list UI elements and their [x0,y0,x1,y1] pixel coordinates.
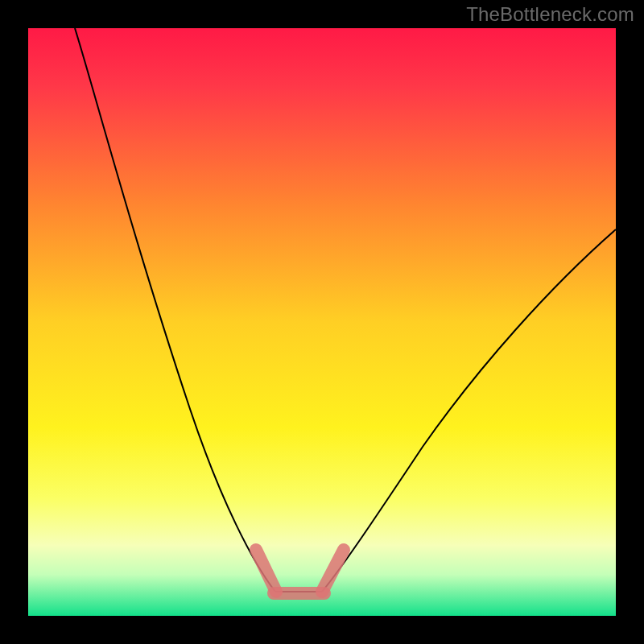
chart-frame: TheBottleneck.com [0,0,644,644]
curve-layer [28,28,616,616]
left-branch-curve [75,28,275,592]
plot-area [28,28,616,616]
right-branch-curve [322,229,616,592]
highlight-left [256,550,276,592]
watermark-text: TheBottleneck.com [466,3,634,26]
highlight-right [322,550,344,592]
